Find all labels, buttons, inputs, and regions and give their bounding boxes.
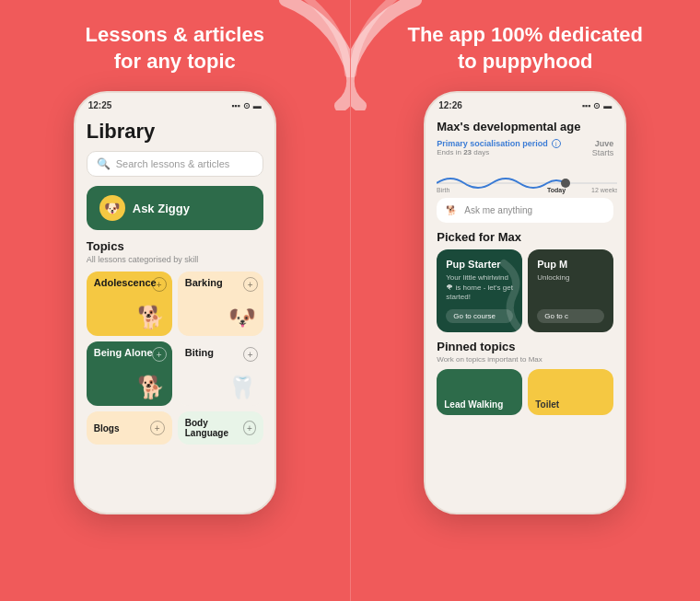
topics-bottom-row: Blogs + Body Language + — [87, 411, 263, 445]
pinned-topics-row: Lead Walking Toilet — [437, 369, 613, 415]
right-phone-time: 12:26 — [438, 100, 462, 110]
topic-emoji-biting: 🦷 — [185, 375, 256, 400]
lead-walking-label: Lead Walking — [444, 399, 503, 410]
signal-icons: ▪▪▪ ⊙ ▬ — [231, 101, 262, 110]
svg-text:Birth: Birth — [437, 187, 450, 193]
right-panel-title: The app 100% dedicated to puppyhood — [407, 22, 643, 75]
course-card-pup-m[interactable]: Pup M Unlocking Go to c — [528, 249, 613, 332]
topic-add-biting[interactable]: + — [243, 347, 258, 362]
ask-ziggy-label: Ask Ziggy — [133, 202, 190, 215]
dog-emoji-small: 🐕 — [446, 205, 457, 215]
topic-label-blogs: Blogs — [94, 423, 120, 433]
rope-decoration — [485, 259, 522, 332]
topic-add-barking[interactable]: + — [243, 277, 258, 292]
topic-label-being-alone: Being Alone — [94, 347, 153, 358]
ask-me-row[interactable]: 🐕 Ask me anything — [437, 198, 613, 223]
library-title: Library — [87, 120, 263, 144]
pinned-topics-title: Pinned topics — [437, 340, 613, 353]
topics-section-title: Topics — [87, 239, 263, 253]
phone-status-bar: 12:25 ▪▪▪ ⊙ ▬ — [76, 93, 274, 114]
course-desc-pup-m: Unlocking — [537, 273, 604, 283]
right-signal-icons: ▪▪▪ ⊙ ▬ — [582, 101, 612, 110]
socialisation-label: Primary socialisation period — [437, 139, 548, 148]
topics-subtitle: All lessons categorised by skill — [87, 255, 263, 264]
right-signal-icon: ▪▪▪ — [582, 101, 591, 110]
search-placeholder-text: Search lessons & articles — [116, 158, 230, 169]
pinned-card-toilet[interactable]: Toilet — [528, 369, 613, 415]
juv-starts: Starts — [592, 148, 614, 157]
topic-card-adolescence[interactable]: Adolescence + 🐕 — [87, 272, 172, 336]
timeline-svg: Birth Today 12 weeks — [437, 161, 617, 194]
svg-text:Today: Today — [547, 187, 566, 194]
library-screen: Library 🔍 Search lessons & articles 🐶 As… — [76, 114, 274, 450]
topic-add-body-language[interactable]: + — [243, 421, 256, 435]
course-card-pup-starter[interactable]: Pup Starter Your little whirlwind 🌪 is h… — [437, 249, 522, 332]
toilet-label: Toilet — [535, 399, 559, 410]
home-screen: Max's developmental age Primary socialis… — [426, 114, 624, 514]
picked-for-max-title: Picked for Max — [437, 230, 613, 244]
ask-ziggy-button[interactable]: 🐶 Ask Ziggy — [87, 186, 263, 230]
right-phone: 12:26 ▪▪▪ ⊙ ▬ Max's developmental age Pr… — [424, 91, 626, 514]
topic-label-adolescence: Adolescence — [94, 277, 157, 288]
courses-row: Pup Starter Your little whirlwind 🌪 is h… — [437, 249, 613, 332]
go-to-c-btn[interactable]: Go to c — [537, 309, 604, 323]
topic-emoji-being-alone: 🐕 — [94, 375, 165, 400]
topic-card-barking[interactable]: Barking + 🐶 — [178, 272, 263, 336]
topic-label-body-language: Body Language — [185, 418, 243, 438]
right-panel: The app 100% dedicated to puppyhood 12:2… — [350, 0, 701, 601]
topic-emoji-adolescence: 🐕 — [94, 305, 165, 330]
topic-add-being-alone[interactable]: + — [152, 347, 167, 362]
info-icon[interactable]: i — [552, 139, 561, 148]
signal-bar-icon: ▪▪▪ — [231, 101, 240, 110]
topic-add-adolescence[interactable]: + — [152, 277, 167, 292]
topic-card-biting[interactable]: Biting + 🦷 — [178, 341, 263, 406]
topic-label-barking: Barking — [185, 277, 223, 288]
topic-card-body-language[interactable]: Body Language + — [178, 411, 263, 445]
left-panel-title: Lessons & articles for any topic — [86, 22, 264, 75]
battery-icon: ▬ — [253, 101, 262, 110]
phone-time: 12:25 — [88, 100, 112, 110]
topic-emoji-barking: 🐶 — [185, 305, 256, 330]
right-phone-status-bar: 12:26 ▪▪▪ ⊙ ▬ — [426, 93, 624, 114]
topics-grid: Adolescence + 🐕 Barking + 🐶 Being Alone — [87, 272, 263, 406]
right-battery-icon: ▬ — [603, 101, 612, 110]
left-panel: Lessons & articles for any topic 12:25 ▪… — [0, 0, 350, 601]
juv-label: Juve — [592, 139, 614, 148]
topic-card-being-alone[interactable]: Being Alone + 🐕 — [87, 341, 172, 406]
developmental-timeline: Birth Today 12 weeks — [437, 161, 613, 194]
svg-text:12 weeks: 12 weeks — [591, 187, 617, 193]
pinned-card-lead-walking[interactable]: Lead Walking — [437, 369, 522, 415]
topic-add-blogs[interactable]: + — [150, 421, 165, 435]
search-icon: 🔍 — [97, 157, 111, 170]
ziggy-avatar: 🐶 — [99, 195, 125, 221]
topic-card-blogs[interactable]: Blogs + — [87, 411, 172, 445]
dev-age-title: Max's developmental age — [437, 120, 613, 133]
ask-me-label: Ask me anything — [464, 205, 532, 215]
left-phone: 12:25 ▪▪▪ ⊙ ▬ Library 🔍 Search lessons &… — [74, 91, 276, 514]
topic-label-biting: Biting — [185, 347, 214, 358]
juv-info: Juve Starts — [592, 139, 614, 157]
socialisation-info: Primary socialisation period i Ends in 2… — [437, 139, 561, 156]
socialisation-ends: Ends in 23 days — [437, 148, 561, 156]
search-bar[interactable]: 🔍 Search lessons & articles — [87, 151, 263, 177]
wifi-icon: ⊙ — [243, 101, 251, 110]
right-wifi-icon: ⊙ — [593, 101, 601, 110]
pinned-topics-sub: Work on topics important to Max — [437, 355, 613, 364]
course-title-pup-m: Pup M — [537, 259, 604, 270]
socialisation-row: Primary socialisation period i Ends in 2… — [437, 139, 613, 157]
